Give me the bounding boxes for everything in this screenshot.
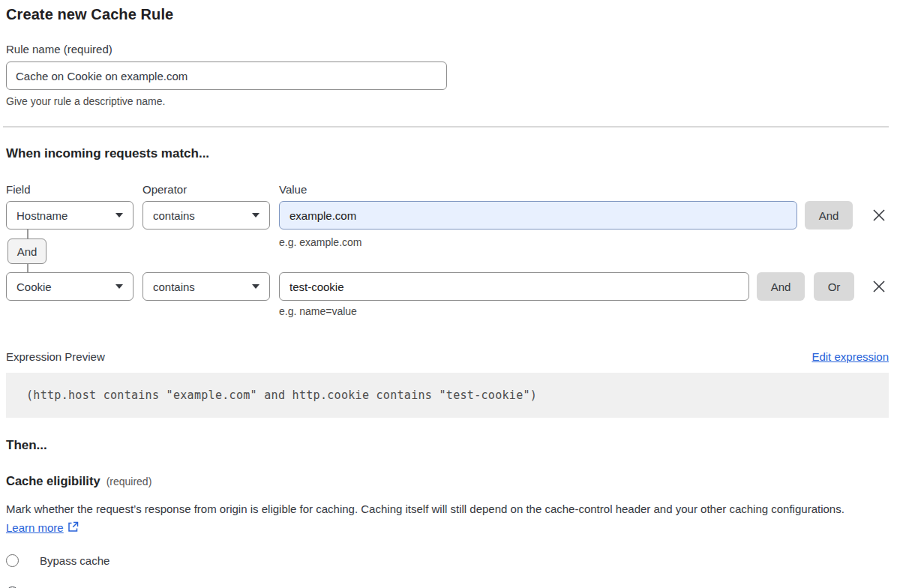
remove-condition-button[interactable]	[869, 277, 889, 296]
field-select-value: Hostname	[16, 209, 68, 222]
value-input[interactable]	[279, 272, 749, 301]
expression-preview-label: Expression Preview	[6, 350, 105, 363]
match-section-heading: When incoming requests match...	[6, 146, 889, 161]
expression-code-block: (http.host contains "example.com" and ht…	[6, 373, 889, 418]
rule-name-input[interactable]	[6, 62, 447, 90]
add-and-condition-button[interactable]: And	[757, 272, 805, 301]
cache-eligibility-title: Cache eligibility	[6, 474, 100, 488]
value-input[interactable]	[279, 201, 797, 230]
operator-select[interactable]: contains	[142, 201, 270, 230]
add-and-condition-button[interactable]: And	[805, 201, 853, 230]
section-divider	[3, 126, 889, 128]
edit-expression-link[interactable]: Edit expression	[812, 350, 889, 363]
close-icon	[872, 280, 886, 293]
then-heading: Then...	[6, 438, 889, 453]
value-hint: e.g. name=value	[279, 305, 889, 317]
connector-and-toggle[interactable]: And	[8, 238, 46, 264]
chevron-down-icon	[116, 213, 123, 218]
value-column-label: Value	[279, 183, 307, 196]
field-select-value: Cookie	[16, 280, 52, 293]
add-or-condition-button[interactable]: Or	[814, 272, 854, 301]
radio-option-bypass-cache[interactable]: Bypass cache	[6, 554, 889, 567]
condition-row-1: Hostname contains And	[6, 201, 889, 230]
field-select[interactable]: Cookie	[6, 272, 134, 301]
connector-line	[27, 264, 28, 272]
radio-label: Bypass cache	[40, 554, 110, 567]
connector-band: And e.g. example.com	[6, 230, 889, 272]
value-hint: e.g. example.com	[279, 236, 362, 248]
learn-more-link[interactable]: Learn more	[6, 521, 64, 534]
chevron-down-icon	[116, 284, 123, 289]
cache-eligibility-description: Mark whether the request’s response from…	[6, 500, 876, 537]
description-text: Mark whether the request’s response from…	[6, 502, 844, 515]
operator-select-value: contains	[153, 280, 195, 293]
radio-unchecked-icon[interactable]	[6, 554, 19, 567]
expression-code: (http.host contains "example.com" and ht…	[26, 388, 537, 402]
page-title: Create new Cache Rule	[6, 6, 889, 23]
expression-preview-header: Expression Preview Edit expression	[6, 350, 889, 363]
connector-line	[27, 230, 28, 238]
rule-name-label: Rule name (required)	[6, 43, 889, 56]
rule-name-help: Give your rule a descriptive name.	[6, 95, 889, 107]
operator-select-value: contains	[153, 209, 195, 222]
operator-select[interactable]: contains	[142, 272, 270, 301]
operator-column-label: Operator	[142, 183, 270, 196]
external-link-icon	[68, 521, 79, 532]
chevron-down-icon	[252, 284, 260, 289]
condition-column-labels: Field Operator Value	[6, 183, 889, 196]
required-tag: (required)	[106, 476, 152, 488]
remove-condition-button[interactable]	[869, 206, 889, 225]
field-select[interactable]: Hostname	[6, 201, 134, 230]
condition-row-2: Cookie contains And Or	[6, 272, 889, 301]
field-column-label: Field	[6, 183, 134, 196]
close-icon	[872, 208, 886, 222]
chevron-down-icon	[252, 213, 260, 218]
cache-eligibility-heading: Cache eligibility (required)	[6, 474, 889, 488]
